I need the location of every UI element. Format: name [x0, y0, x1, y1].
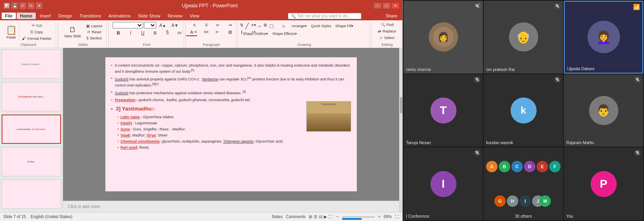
replace-icon: ⇄: [378, 29, 381, 33]
scrollbar-thumb[interactable]: [400, 97, 402, 113]
slide-thumb-9[interactable]: [2, 180, 61, 209]
video-tile-om: 👴 om prakash Rai: [484, 1, 563, 74]
ribbon-group-editing: 🔍 Find ⇄ Replace ⤢ Select Editing: [373, 21, 402, 48]
strikethrough-button[interactable]: S: [149, 29, 161, 36]
font-family-select[interactable]: [113, 22, 143, 28]
align-right-button[interactable]: ≡⬝: [212, 29, 224, 35]
align-left-button[interactable]: ⬝≡: [189, 29, 200, 35]
presenter-view-icon[interactable]: ⛶: [329, 214, 333, 219]
bold-button[interactable]: B: [113, 29, 124, 36]
underline-button[interactable]: U: [137, 29, 148, 36]
increase-font-button[interactable]: A▲: [157, 22, 168, 28]
copy-button[interactable]: ⎘ Copy: [20, 29, 53, 35]
rect-tool[interactable]: □: [266, 22, 277, 30]
mini-av-2: B: [499, 161, 510, 172]
menu-file[interactable]: File: [2, 13, 16, 19]
char-spacing-button[interactable]: AV: [174, 29, 185, 36]
slide-sorter-icon[interactable]: ⊟: [319, 214, 322, 219]
video-tile-conference: I I Conference: [404, 147, 483, 220]
menu-design[interactable]: Design: [55, 13, 75, 19]
oval-tool[interactable]: ○: [278, 22, 289, 30]
cut-button[interactable]: ✂ Cut: [20, 22, 53, 28]
menu-view[interactable]: View: [186, 13, 203, 19]
slide-content-area[interactable]: • It content micronutrients viz- copper,…: [105, 57, 357, 191]
bullets-button[interactable]: ≡: [189, 22, 200, 28]
share-button[interactable]: Share: [382, 13, 401, 19]
menu-home[interactable]: Home: [17, 13, 36, 19]
slide-thumb-8[interactable]: 4] Tulsi...: [2, 147, 61, 176]
menu-review[interactable]: Review: [164, 13, 186, 19]
quick-more[interactable]: ▾: [36, 2, 42, 9]
shape-effects-button[interactable]: Shape Effects▾: [271, 31, 299, 37]
normal-view-icon[interactable]: ⊞: [309, 214, 312, 219]
paste-button[interactable]: 📋 Paste: [3, 24, 20, 40]
slide-thumb-6[interactable]: 2] Guduchi • Latin name...: [2, 82, 61, 111]
video-panel: 👩 🎤̶ neetu sharma 👴 om prakash Rai 👩‍🦱 📶…: [403, 0, 644, 221]
shadow-button[interactable]: S̈: [162, 29, 173, 36]
zoom-slider[interactable]: [342, 216, 375, 218]
increase-indent-button[interactable]: ⇥: [224, 22, 236, 28]
new-slide-button[interactable]: 🗋 New Slide: [62, 25, 84, 39]
layout-button[interactable]: ▦ Layout: [85, 23, 104, 29]
menu-animations[interactable]: Animations: [105, 13, 134, 19]
decrease-indent-button[interactable]: ⇤: [212, 22, 224, 28]
rajaram-mic-muted: [634, 76, 641, 83]
italic-button[interactable]: I: [125, 29, 136, 36]
divider-2: [108, 23, 109, 47]
rajaram-avatar: 👨: [589, 96, 618, 125]
menu-insert[interactable]: Insert: [37, 13, 55, 19]
section-button[interactable]: § Section: [85, 35, 104, 41]
video-tile-tanuja: T Tanuja Nesari: [404, 74, 483, 147]
numbering-button[interactable]: ①: [201, 22, 212, 28]
font-size-select[interactable]: [144, 22, 156, 28]
justify-button[interactable]: ▤: [224, 29, 236, 35]
menu-slideshow[interactable]: Slide Show: [135, 13, 164, 19]
slide-panel[interactable]: 5 Guduchi content... 6 2] Guduchi • Lati…: [0, 48, 63, 212]
slide-thumb-7[interactable]: • micronutrients... 3] Yastimadhu:-: [2, 115, 61, 144]
bullet-2: • Guduchi has antiviral property against…: [111, 76, 351, 88]
slide-thumb-5[interactable]: Guduchi content...: [2, 50, 61, 79]
slide-canvas[interactable]: • It content micronutrients viz- copper,…: [63, 48, 399, 201]
find-button[interactable]: 🔍 Find: [375, 22, 399, 28]
decrease-font-button[interactable]: A▼: [169, 22, 181, 28]
align-center-button[interactable]: ≡≡: [201, 29, 212, 35]
divider-5: [371, 23, 371, 47]
format-painter-button[interactable]: 🖌 Format Painter: [20, 35, 53, 41]
shape-outline-button[interactable]: Shape Outline▾: [241, 31, 270, 37]
quick-redo[interactable]: ↪: [28, 2, 34, 9]
arrange-button[interactable]: Arrange▾: [290, 22, 308, 30]
slides-label: Slides: [78, 42, 88, 47]
quick-undo[interactable]: ↩: [20, 2, 26, 9]
outline-view-icon[interactable]: ☰: [314, 214, 317, 219]
notes-button[interactable]: Notes: [272, 214, 283, 219]
quick-save[interactable]: 💾: [11, 2, 18, 9]
select-button[interactable]: ⤢ Select: [375, 35, 399, 41]
notes-placeholder[interactable]: Click to add notes: [63, 201, 399, 212]
video-tile-30others: A B C D E F G H I J M 30 others: [484, 147, 563, 220]
zoom-plus[interactable]: +: [378, 214, 380, 219]
svg-line-10: [476, 151, 479, 154]
shape-fill-button[interactable]: Shape Fill▾: [334, 22, 355, 30]
replace-button[interactable]: ⇄ Replace: [375, 28, 399, 34]
reading-view-icon[interactable]: ▶: [324, 214, 327, 219]
sign-in-link[interactable]: Sign in: [365, 13, 379, 18]
ribbon-group-clipboard: 📋 Paste ✂ Cut ⎘ Copy 🖌 Format Painter: [1, 21, 56, 48]
fit-window-icon[interactable]: ⛶: [395, 214, 399, 219]
zoom-minus[interactable]: ─: [336, 214, 339, 219]
minimize-button[interactable]: ─: [374, 3, 381, 9]
reset-button[interactable]: ↺ Reset: [85, 29, 104, 35]
you-mic-muted: [634, 150, 641, 156]
paste-icon: 📋: [6, 25, 17, 35]
arrow-tool[interactable]: →: [253, 22, 265, 30]
ribbon-search-box[interactable]: 🔍 Tell me what you want to do...: [288, 13, 361, 19]
ribbon-group-drawing: ╱ → □ ○ Arrange▾ Quick Styles Shape Fill…: [240, 21, 369, 48]
ribbon-actions: Sign in Share: [365, 13, 401, 19]
quick-styles-button[interactable]: Quick Styles: [309, 22, 333, 30]
close-button[interactable]: ✕: [392, 3, 399, 9]
comments-button[interactable]: Comments: [286, 214, 306, 219]
menu-transitions[interactable]: Transitions: [76, 13, 104, 19]
slide-scrollbar[interactable]: [399, 48, 402, 212]
line-tool[interactable]: ╱: [241, 22, 253, 30]
zoom-level[interactable]: 69%: [384, 214, 392, 219]
maximize-button[interactable]: □: [383, 3, 390, 9]
